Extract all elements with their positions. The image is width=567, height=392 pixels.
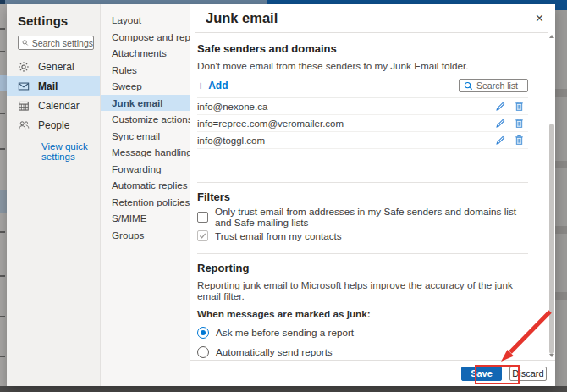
calendar-icon <box>18 100 30 112</box>
add-sender-button[interactable]: + Add <box>197 79 228 92</box>
dimmed-page-left-edge <box>0 4 7 386</box>
subnav-item-junk-email[interactable]: Junk email <box>101 95 190 112</box>
reporting-heading: Reporting <box>197 262 528 274</box>
header-divider <box>195 32 550 33</box>
delete-icon[interactable] <box>514 101 525 112</box>
subnav-item-smime[interactable]: S/MIME <box>101 210 190 227</box>
reporting-option-row: Automatically send reports <box>197 344 528 360</box>
mail-icon <box>18 80 30 92</box>
search-icon <box>464 81 473 91</box>
checkbox-checked[interactable] <box>197 230 208 241</box>
checkbox-unchecked[interactable] <box>197 212 208 223</box>
subnav-item-attachments[interactable]: Attachments <box>101 45 190 62</box>
filter-option-label: Trust email from my contacts <box>215 230 342 241</box>
filter-option-row: Trust email from my contacts <box>197 228 528 243</box>
subnav-item-message-handling[interactable]: Message handling <box>101 144 190 161</box>
settings-dialog: Settings Search settings <box>7 4 555 386</box>
search-list-input[interactable]: Search list <box>459 79 528 92</box>
sender-address: info@nexone.ca <box>197 102 267 112</box>
edit-icon[interactable] <box>495 118 506 129</box>
plus-icon: + <box>197 79 204 92</box>
sender-row: info=repree.com@veromailer.com <box>197 115 528 132</box>
close-icon[interactable]: × <box>536 12 543 25</box>
scrollbar-thumb[interactable] <box>549 124 554 354</box>
people-icon <box>18 119 30 131</box>
scrollbar-down-arrow[interactable] <box>549 354 554 357</box>
safe-senders-list: info@nexone.ca <box>197 97 528 149</box>
view-quick-settings-link[interactable]: View quick settings <box>41 141 100 162</box>
gear-icon <box>18 61 30 73</box>
annotation-highlight-box <box>475 365 520 384</box>
dimmed-page-bottom-edge <box>0 386 567 392</box>
sidebar-item-label: Mail <box>38 80 58 92</box>
sidebar-item-people[interactable]: People <box>7 115 100 135</box>
sidebar-item-mail[interactable]: Mail <box>7 76 100 96</box>
edit-icon[interactable] <box>495 135 506 146</box>
sender-address: info=repree.com@veromailer.com <box>197 119 344 129</box>
add-row: + Add Search list <box>197 78 528 93</box>
search-list-placeholder: Search list <box>476 80 518 91</box>
settings-nav-list: General Mail <box>7 57 100 135</box>
filters-heading: Filters <box>197 190 528 203</box>
filter-option-row: Only trust email from addresses in my Sa… <box>197 209 528 224</box>
reporting-option-label: Automatically send reports <box>216 346 333 357</box>
reporting-option-row: Ask me before sending a report <box>197 324 528 340</box>
sidebar-item-label: Calendar <box>38 100 80 112</box>
safe-senders-heading: Safe senders and domains <box>197 42 528 55</box>
outlook-settings-screen: Settings Search settings <box>0 0 567 392</box>
mail-subnav: Layout Compose and reply Attachments Rul… <box>101 4 190 386</box>
delete-icon[interactable] <box>514 118 525 129</box>
sender-row: info@nexone.ca <box>197 98 528 115</box>
subnav-item-groups[interactable]: Groups <box>101 227 190 244</box>
panel-header: Junk email × <box>190 4 555 32</box>
section-divider <box>197 182 528 183</box>
reporting-description: Reporting junk email to Microsoft helps … <box>197 279 528 301</box>
subnav-item-retention-policies[interactable]: Retention policies <box>101 194 190 211</box>
section-divider <box>197 253 528 254</box>
scrollbar[interactable] <box>548 32 555 360</box>
dimmed-page-right-edge <box>555 4 567 386</box>
safe-senders-description: Don't move email from these senders to m… <box>197 60 528 71</box>
subnav-item-automatic-replies[interactable]: Automatic replies <box>101 177 190 194</box>
sender-row: info@toggl.com <box>197 132 528 149</box>
sidebar-item-label: General <box>38 61 74 73</box>
filter-option-label: Only trust email from addresses in my Sa… <box>215 206 528 228</box>
edit-icon[interactable] <box>495 101 506 112</box>
search-icon <box>22 38 29 47</box>
panel-title: Junk email <box>206 10 536 26</box>
sender-address: info@toggl.com <box>197 135 265 146</box>
settings-search-placeholder: Search settings <box>32 38 93 48</box>
sidebar-item-label: People <box>38 119 69 131</box>
settings-title: Settings <box>7 4 100 28</box>
add-label: Add <box>208 80 228 91</box>
subnav-item-compose-and-reply[interactable]: Compose and reply <box>101 29 190 46</box>
sidebar-item-general[interactable]: General <box>7 57 100 76</box>
subnav-item-sweep[interactable]: Sweep <box>101 78 190 95</box>
settings-sidebar: Settings Search settings <box>7 4 101 386</box>
settings-search-input[interactable]: Search settings <box>18 36 94 50</box>
junk-email-panel: Junk email × Safe senders and domains Do… <box>190 4 555 386</box>
reporting-prompt: When messages are marked as junk: <box>197 308 528 319</box>
subnav-item-customize-actions[interactable]: Customize actions <box>101 111 190 128</box>
subnav-item-layout[interactable]: Layout <box>101 12 190 29</box>
sidebar-item-calendar[interactable]: Calendar <box>7 96 100 115</box>
subnav-item-forwarding[interactable]: Forwarding <box>101 161 190 178</box>
subnav-item-rules[interactable]: Rules <box>101 62 190 79</box>
subnav-item-sync-email[interactable]: Sync email <box>101 128 190 145</box>
reporting-option-label: Ask me before sending a report <box>216 327 354 338</box>
radio-selected[interactable] <box>197 327 209 339</box>
delete-icon[interactable] <box>514 135 525 146</box>
radio-unselected[interactable] <box>197 346 209 358</box>
scrollbar-up-arrow[interactable] <box>549 35 554 38</box>
panel-content: Safe senders and domains Don't move emai… <box>190 42 555 379</box>
